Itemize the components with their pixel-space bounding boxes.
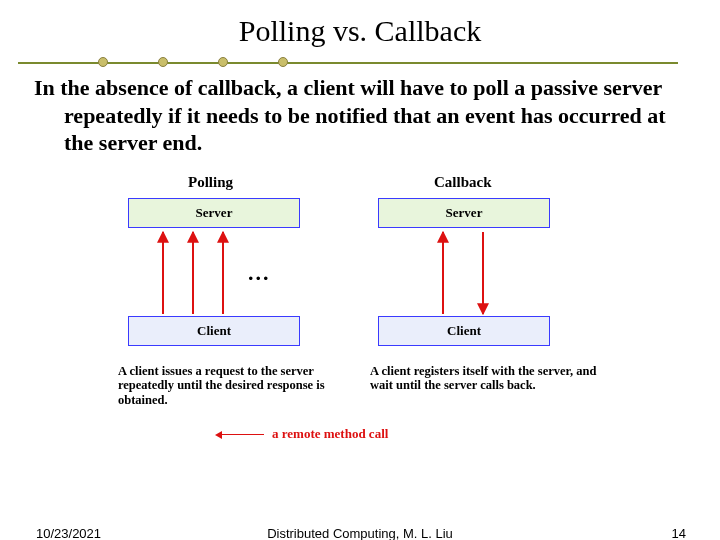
- footer-center: Distributed Computing, M. L. Liu: [0, 526, 720, 540]
- polling-client-label: Client: [197, 323, 231, 339]
- body-text: In the absence of callback, a client wil…: [34, 74, 674, 157]
- rule-bead-icon: [218, 57, 228, 67]
- rule-bead-icon: [98, 57, 108, 67]
- legend-text: a remote method call: [272, 426, 388, 442]
- rule-line: [18, 62, 678, 64]
- callback-caption: A client registers itself with the serve…: [370, 364, 600, 393]
- slide-title: Polling vs. Callback: [0, 14, 720, 48]
- callback-arrows-icon: [418, 228, 518, 318]
- polling-title: Polling: [188, 174, 233, 191]
- callback-server-box: Server: [378, 198, 550, 228]
- slide: Polling vs. Callback In the absence of c…: [0, 0, 720, 540]
- title-rule: [18, 55, 678, 69]
- ellipsis-icon: ...: [248, 260, 271, 286]
- rule-bead-icon: [158, 57, 168, 67]
- footer-page-number: 14: [672, 526, 686, 540]
- callback-server-label: Server: [446, 205, 483, 221]
- rule-bead-icon: [278, 57, 288, 67]
- callback-client-label: Client: [447, 323, 481, 339]
- body-paragraph: In the absence of callback, a client wil…: [34, 74, 674, 157]
- legend-arrow-icon: [218, 434, 264, 435]
- callback-title: Callback: [434, 174, 492, 191]
- callback-client-box: Client: [378, 316, 550, 346]
- polling-server-box: Server: [128, 198, 300, 228]
- polling-server-label: Server: [196, 205, 233, 221]
- figure: Polling Server ... Client A client issue…: [118, 174, 588, 464]
- polling-caption: A client issues a request to the server …: [118, 364, 338, 407]
- polling-client-box: Client: [128, 316, 300, 346]
